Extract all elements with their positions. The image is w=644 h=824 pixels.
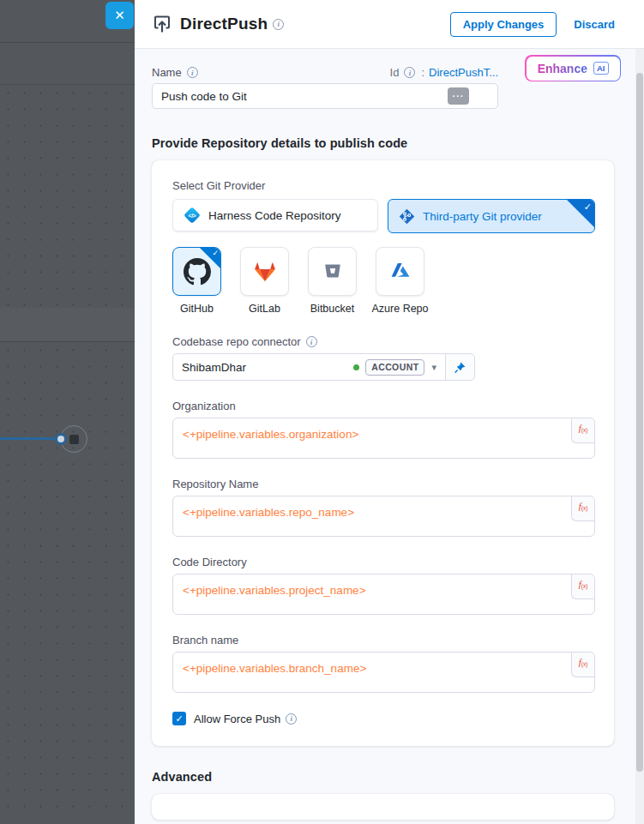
name-input-wrap: ··· [152,83,498,109]
field-label: Branch name [172,634,595,647]
input-type-selector-button[interactable]: ··· [448,87,469,105]
gitlab-icon [252,259,278,285]
git-provider-type-row: </> Harness Code Repository Third-party … [172,199,595,233]
canvas-grid-lower [0,342,135,822]
select-git-provider-label: Select Git Provider [172,179,595,192]
gitlab-label: GitLab [249,303,280,315]
git-provider-tiles-row: ✓ GitHub [172,247,595,315]
force-push-info-icon[interactable]: i [286,713,297,725]
stop-icon [69,435,79,444]
field-label: Organization [172,400,595,412]
field-repository-name: Repository Name <+pipeline.variables.rep… [172,478,595,537]
scrollbar-thumb[interactable] [636,73,643,772]
fx-expression-button[interactable]: f(x) [571,418,594,443]
connector-select[interactable]: ShibamDhar ACCOUNT ▾ [172,353,475,381]
allow-force-push-label: Allow Force Push i [194,713,297,725]
name-input[interactable] [152,83,498,109]
harness-code-icon: </> [184,207,201,224]
pin-connector-button[interactable] [445,354,474,380]
connector-info-icon[interactable]: i [306,336,317,347]
name-info-icon[interactable]: i [187,67,198,78]
fx-expression-button[interactable]: f(x) [571,574,594,599]
check-icon: ✓ [212,249,219,257]
git-provider-bitbucket: Bitbucket [308,247,357,315]
pin-icon [454,361,466,374]
id-info-icon[interactable]: i [404,67,415,78]
bitbucket-label: Bitbucket [310,303,354,315]
bitbucket-tile[interactable] [308,247,357,296]
allow-force-push-row: ✓ Allow Force Push i [172,712,595,725]
step-id: Id i : DirectPushT... [390,66,498,79]
enhance-label: Enhance [538,62,587,75]
field-code-directory: Code Directory <+pipeline.variables.proj… [172,556,595,615]
field-label: Repository Name [172,478,595,490]
field-organization: Organization <+pipeline.variables.organi… [172,400,595,459]
field-label: Code Directory [172,556,595,568]
close-icon: ✕ [114,8,125,23]
github-tile[interactable]: ✓ [172,247,221,296]
id-value[interactable]: DirectPushT... [429,66,498,79]
azure-repo-label: Azure Repo [372,303,429,315]
git-provider-github: ✓ GitHub [172,247,221,315]
close-panel-button[interactable]: ✕ [105,2,134,29]
advanced-card[interactable] [152,794,614,820]
id-separator: : [421,66,424,79]
step-config-panel: DirectPush i Apply Changes Discard Name … [135,0,644,824]
canvas-grid-upper [0,85,135,308]
connector-scope-badge: ACCOUNT [365,359,424,376]
repo-details-card: Select Git Provider </> Harness Code Rep… [152,160,614,746]
chevron-down-icon[interactable]: ▾ [424,362,445,373]
panel-scrollbar [635,49,644,824]
field-input[interactable]: <+pipeline.variables.project_name> f(x) [172,574,595,615]
panel-content: Name i Id i : DirectPushT... ··· Enhance… [135,49,644,824]
enhance-ai-button[interactable]: Enhance AI [525,55,621,81]
panel-header: DirectPush i Apply Changes Discard [135,0,644,49]
fx-expression-button[interactable]: f(x) [571,653,594,677]
pipeline-node-port [55,433,67,445]
connector-status-dot [353,364,359,370]
name-id-row: Name i Id i : DirectPushT... [152,66,498,79]
connector-label: Codebase repo connector i [172,335,595,348]
apply-changes-button[interactable]: Apply Changes [450,12,557,37]
bitbucket-icon [322,261,344,283]
github-label: GitHub [180,303,214,315]
connector-value: ShibamDhar [173,361,353,374]
advanced-heading: Advanced [152,770,614,784]
option-label: Third-party Git provider [423,210,542,223]
ai-badge: AI [593,62,609,75]
azure-repo-icon [388,260,412,284]
name-label: Name i [152,66,198,79]
pipeline-canvas: ✕ [0,0,135,824]
azure-repo-tile[interactable] [376,247,424,296]
option-label: Harness Code Repository [208,209,341,222]
field-expression-value: <+pipeline.variables.branch_name> [173,653,594,675]
canvas-divider-band [0,308,135,342]
git-provider-azure-repo: Azure Repo [376,247,424,315]
gitlab-tile[interactable] [240,247,289,296]
check-icon: ✓ [584,201,592,213]
discard-link[interactable]: Discard [574,18,615,31]
field-expression-value: <+pipeline.variables.organization> [173,418,594,441]
fx-expression-button[interactable]: f(x) [571,496,594,521]
allow-force-push-checkbox[interactable]: ✓ [172,712,186,725]
pipeline-edge-line [0,437,57,440]
field-expression-value: <+pipeline.variables.repo_name> [173,496,594,519]
repo-section-heading: Provide Repository details to publish co… [152,136,614,150]
option-harness-code-repository[interactable]: </> Harness Code Repository [172,199,378,232]
direct-push-step-icon [152,14,172,34]
id-label: Id [390,66,400,79]
field-branch-name: Branch name <+pipeline.variables.branch_… [172,634,595,693]
field-input[interactable]: <+pipeline.variables.repo_name> f(x) [172,496,595,537]
field-input[interactable]: <+pipeline.variables.organization> f(x) [172,418,595,459]
field-input[interactable]: <+pipeline.variables.branch_name> f(x) [172,652,595,693]
check-icon: ✓ [175,713,183,725]
field-expression-value: <+pipeline.variables.project_name> [173,574,594,597]
canvas-toolbar-band [0,43,135,85]
option-third-party-git-provider[interactable]: Third-party Git provider ✓ [388,199,595,233]
title-info-icon[interactable]: i [273,19,284,30]
git-branch-icon [399,208,415,225]
page-title: DirectPush [180,15,268,33]
git-provider-gitlab: GitLab [240,247,289,315]
